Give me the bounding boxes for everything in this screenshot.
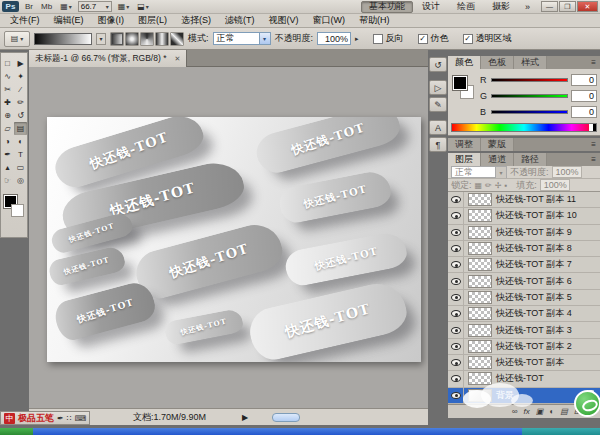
pen-mode-icon[interactable]: ✒	[57, 414, 64, 423]
checked-checkbox-icon[interactable]: ✓	[463, 34, 473, 44]
visibility-toggle[interactable]	[448, 257, 464, 272]
checkbox-透明区域[interactable]: ✓透明区域	[463, 32, 512, 45]
document-tab[interactable]: 未标题-1 @ 66.7% (背景, RGB/8) * ✕	[29, 50, 187, 67]
adjust-tab-调整[interactable]: 调整	[448, 138, 481, 151]
visibility-toggle[interactable]	[448, 355, 464, 370]
checkbox-仿色[interactable]: ✓仿色	[418, 32, 449, 45]
taskbar-start-segment[interactable]	[0, 428, 33, 435]
color-tab-样式[interactable]: 样式	[514, 56, 547, 69]
menu-item[interactable]: 帮助(H)	[352, 14, 397, 27]
foreground-color-swatch[interactable]	[453, 76, 467, 90]
shape-tool[interactable]: ▭	[14, 161, 27, 174]
lock-image-pixels-icon[interactable]: ✏	[485, 181, 492, 190]
paragraph-panel-icon[interactable]: ¶	[429, 137, 447, 152]
path-selection-tool[interactable]: ▴	[1, 161, 14, 174]
checkbox-反向[interactable]: 反向	[373, 32, 404, 45]
close-button[interactable]: ✕	[577, 1, 598, 12]
layer-row[interactable]: 快还钱-TOT	[448, 371, 600, 387]
layers-tab-路径[interactable]: 路径	[514, 153, 547, 166]
visibility-toggle[interactable]	[448, 241, 464, 256]
layer-thumbnail[interactable]	[468, 291, 492, 304]
type-tool[interactable]: T	[14, 148, 27, 161]
visibility-toggle[interactable]	[448, 306, 464, 321]
workspace-active-button[interactable]: 基本功能	[361, 1, 413, 13]
checked-checkbox-icon[interactable]: ✓	[418, 34, 428, 44]
eyedropper-tool[interactable]: ⁄	[14, 83, 27, 96]
layer-opacity-input[interactable]: 100%	[552, 166, 582, 178]
link-layers-icon[interactable]: ∞	[512, 407, 518, 416]
taskbar-tray-segment[interactable]	[522, 428, 600, 435]
close-icon[interactable]: ✕	[174, 55, 180, 63]
layer-row[interactable]: 快还钱-TOT 副本 8	[448, 241, 600, 257]
arrange-documents-icon[interactable]: ▦▾	[115, 1, 133, 12]
menu-item[interactable]: 滤镜(T)	[218, 14, 262, 27]
add-layer-mask-icon[interactable]: ▣	[536, 407, 544, 416]
layer-thumbnail[interactable]	[468, 356, 492, 369]
menu-item[interactable]: 视图(V)	[262, 14, 306, 27]
lock-transparent-pixels-icon[interactable]: ▦	[475, 181, 483, 190]
brush-tool[interactable]: ✏	[14, 96, 27, 109]
visibility-toggle[interactable]	[448, 322, 464, 337]
layer-thumbnail[interactable]	[468, 226, 492, 239]
menu-item[interactable]: 编辑(E)	[47, 14, 91, 27]
actions-panel-icon[interactable]: ▷	[429, 80, 447, 95]
lock-position-icon[interactable]: ✢	[495, 181, 502, 190]
character-panel-icon[interactable]: A	[429, 120, 447, 135]
layer-blend-mode-select[interactable]: 正常 ▾	[451, 166, 507, 178]
layer-row[interactable]: 快还钱-TOT 副本 7	[448, 257, 600, 273]
pen-tool[interactable]: ✒	[1, 148, 14, 161]
color-tab-颜色[interactable]: 颜色	[448, 56, 481, 69]
layer-fill-input[interactable]: 100%	[540, 179, 570, 191]
visibility-toggle[interactable]	[448, 208, 464, 223]
channel-slider[interactable]	[491, 78, 568, 82]
gradient-preview[interactable]	[34, 33, 92, 45]
channel-slider[interactable]	[491, 110, 568, 114]
visibility-toggle[interactable]	[448, 290, 464, 305]
hand-tool[interactable]: ☞	[1, 174, 14, 187]
opacity-input[interactable]: 100%	[317, 32, 351, 45]
launch-bridge-icon[interactable]: Br	[22, 1, 36, 12]
visibility-toggle[interactable]	[448, 388, 464, 403]
layer-thumbnail[interactable]	[468, 340, 492, 353]
view-extras-icon[interactable]: ▦▾	[57, 1, 75, 12]
restore-button[interactable]: ❐	[559, 1, 576, 12]
layers-tab-图层[interactable]: 图层	[448, 153, 481, 166]
lasso-tool[interactable]: ∿	[1, 70, 14, 83]
menu-item[interactable]: 图层(L)	[131, 14, 174, 27]
color-spectrum-ramp[interactable]	[451, 123, 597, 132]
gradient-tool[interactable]: ▤	[14, 122, 27, 135]
channel-value-input[interactable]: 0	[571, 74, 597, 86]
visibility-toggle[interactable]	[448, 192, 464, 207]
visibility-toggle[interactable]	[448, 339, 464, 354]
launch-mini-bridge-icon[interactable]: Mb	[38, 1, 55, 12]
punctuation-icon[interactable]: ∷	[67, 414, 72, 423]
eraser-tool[interactable]: ▱	[1, 122, 14, 135]
layer-thumbnail[interactable]	[468, 242, 492, 255]
layer-row[interactable]: 快还钱-TOT 副本 6	[448, 273, 600, 289]
gradient-radial-button[interactable]	[125, 32, 139, 46]
blur-tool[interactable]: ◑	[1, 135, 14, 148]
history-panel-icon[interactable]: ↺	[429, 57, 447, 72]
history-brush-tool[interactable]: ↺	[14, 109, 27, 122]
background-color-swatch[interactable]	[11, 204, 24, 217]
zoom-tool[interactable]: ◎	[14, 174, 27, 187]
layer-row[interactable]: 快还钱-TOT 副本	[448, 355, 600, 371]
status-arrow-icon[interactable]: ▶	[242, 413, 248, 422]
quick-selection-tool[interactable]: ✦	[14, 70, 27, 83]
lock-all-icon[interactable]: ▪	[504, 181, 507, 190]
dodge-tool[interactable]: ◐	[14, 135, 27, 148]
layer-thumbnail[interactable]	[468, 258, 492, 271]
layer-row[interactable]: 快还钱-TOT 副本 5	[448, 290, 600, 306]
gradient-reflected-button[interactable]	[155, 32, 169, 46]
healing-brush-tool[interactable]: ✚	[1, 96, 14, 109]
layer-thumbnail[interactable]	[468, 209, 492, 222]
minimize-button[interactable]: —	[541, 1, 558, 12]
move-tool[interactable]: ▶	[14, 57, 27, 70]
layer-thumbnail[interactable]	[468, 324, 492, 337]
visibility-toggle[interactable]	[448, 273, 464, 288]
layer-row[interactable]: 快还钱-TOT 副本 11	[448, 192, 600, 208]
gradient-linear-button[interactable]	[110, 32, 124, 46]
new-adjustment-layer-icon[interactable]: ◐	[549, 407, 554, 416]
layer-row[interactable]: 快还钱-TOT 副本 4	[448, 306, 600, 322]
channel-value-input[interactable]: 0	[571, 90, 597, 102]
